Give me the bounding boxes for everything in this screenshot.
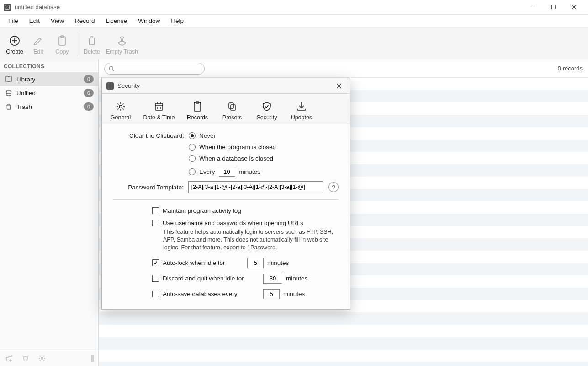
dialog-title: Security [117, 82, 333, 89]
sidebar-item-trash[interactable]: Trash 0 [0, 100, 98, 113]
download-icon [296, 101, 307, 113]
pencil-icon [32, 34, 45, 47]
security-dialog: Security General Date & Time Records Pre… [101, 78, 350, 310]
record-count: 0 records [558, 65, 583, 72]
clipboard-label: Clear the Clipboard: [113, 132, 189, 139]
empty-trash-button[interactable]: Empty Trash [104, 33, 140, 55]
sidebar-item-unfiled[interactable]: Unfiled 0 [0, 86, 98, 100]
toolbar-label: Edit [33, 48, 43, 55]
book-icon [5, 75, 13, 83]
svg-rect-1 [552, 5, 556, 9]
radio-db-closed[interactable] [189, 155, 196, 162]
tab-presets[interactable]: Presets [215, 97, 249, 124]
delete-button[interactable]: Delete [80, 33, 104, 55]
add-collection-button[interactable] [5, 354, 14, 363]
sidebar-resize-grip[interactable]: ||| [91, 354, 94, 362]
tab-records[interactable]: Records [180, 97, 214, 124]
checkbox-discard[interactable] [152, 275, 159, 282]
radio-never[interactable] [189, 132, 196, 139]
sidebar-item-library[interactable]: Library 0 [0, 72, 98, 86]
edit-button[interactable]: Edit [26, 33, 50, 55]
minutes-suffix: minutes [239, 168, 260, 175]
menu-view[interactable]: View [45, 16, 69, 26]
sidebar-header: COLLECTIONS [0, 59, 98, 72]
tab-label: Records [187, 114, 208, 121]
toolbar-divider [77, 32, 77, 56]
help-button[interactable]: ? [328, 182, 339, 192]
checkbox-autolock[interactable] [152, 259, 159, 266]
app-icon [4, 4, 11, 11]
create-button[interactable]: Create [3, 33, 26, 55]
copy-button[interactable]: Copy [50, 33, 74, 55]
svg-point-14 [109, 66, 113, 70]
autosave-label: Auto-save databases every [163, 291, 238, 297]
search-input[interactable] [117, 65, 201, 72]
separator [113, 199, 339, 200]
stack-icon [5, 89, 13, 97]
delete-collection-button[interactable] [21, 354, 30, 363]
checkbox-use-creds[interactable] [152, 220, 159, 226]
tab-updates[interactable]: Updates [285, 97, 318, 124]
autosave-suffix: minutes [283, 291, 305, 297]
radio-program-closed-label: When the program is closed [199, 144, 276, 151]
settings-collection-button[interactable] [37, 354, 47, 363]
discard-minutes-input[interactable] [263, 274, 282, 284]
toolbar-label: Create [6, 48, 23, 55]
dialog-app-icon [106, 82, 114, 90]
menu-record[interactable]: Record [69, 16, 101, 26]
svg-rect-28 [229, 103, 233, 108]
search-icon [108, 65, 115, 72]
menu-license[interactable]: License [101, 16, 133, 26]
sidebar-item-label: Trash [16, 103, 80, 110]
menu-window[interactable]: Window [132, 16, 165, 26]
every-minutes-input[interactable] [219, 167, 235, 177]
activity-log-label: Maintain program activity log [163, 207, 241, 214]
radio-program-closed[interactable] [189, 144, 196, 151]
toolbar-label: Delete [84, 48, 100, 55]
autolock-minutes-input[interactable] [247, 258, 264, 268]
tab-general[interactable]: General [104, 97, 138, 124]
discard-suffix: minutes [286, 275, 307, 282]
gear-icon [115, 101, 127, 113]
close-button[interactable] [564, 0, 584, 14]
checkbox-activity-log[interactable] [152, 207, 159, 214]
maximize-button[interactable] [543, 0, 564, 14]
svg-line-15 [112, 70, 114, 71]
checkbox-autosave[interactable] [152, 291, 159, 297]
copy-icon [226, 101, 238, 113]
tab-label: Security [256, 114, 277, 121]
shield-icon [261, 101, 273, 113]
count-badge: 0 [84, 89, 94, 97]
tab-date-time[interactable]: Date & Time [138, 97, 180, 124]
dialog-close-button[interactable] [333, 80, 345, 92]
sidebar-footer: ||| [0, 350, 98, 366]
sidebar: COLLECTIONS Library 0 Unfiled 0 Trash 0 … [0, 59, 99, 366]
password-template-label: Password Template: [113, 184, 188, 191]
autolock-suffix: minutes [267, 259, 289, 266]
radio-every-prefix: Every [199, 168, 215, 175]
window-title: untitled database [15, 4, 523, 11]
autolock-label: Auto-lock when idle for [163, 259, 225, 266]
toolbar-label: Empty Trash [106, 48, 138, 55]
radio-never-label: Never [199, 132, 216, 139]
search-input-wrap[interactable] [104, 63, 205, 75]
sidebar-item-label: Unfiled [16, 90, 80, 97]
minimize-button[interactable] [523, 0, 543, 14]
use-creds-help: This feature helps automatically login t… [152, 228, 335, 252]
autosave-minutes-input[interactable] [263, 289, 280, 299]
use-creds-label: Use username and passwords when opening … [163, 220, 303, 226]
tab-security[interactable]: Security [250, 97, 284, 124]
clipboard-icon [191, 101, 203, 113]
count-badge: 0 [84, 75, 94, 83]
menu-edit[interactable]: Edit [24, 16, 45, 26]
menu-file[interactable]: File [3, 16, 24, 26]
svg-point-13 [41, 357, 43, 359]
radio-db-closed-label: When a database is closed [199, 155, 273, 162]
radio-every[interactable] [189, 168, 196, 175]
tab-label: Date & Time [143, 114, 175, 121]
trash-icon [5, 102, 13, 111]
menu-help[interactable]: Help [165, 16, 189, 26]
toolbar: Create Edit Copy Delete Empty Trash [0, 27, 588, 59]
dialog-tabs: General Date & Time Records Presets Secu… [102, 94, 350, 124]
password-template-input[interactable] [188, 181, 323, 193]
